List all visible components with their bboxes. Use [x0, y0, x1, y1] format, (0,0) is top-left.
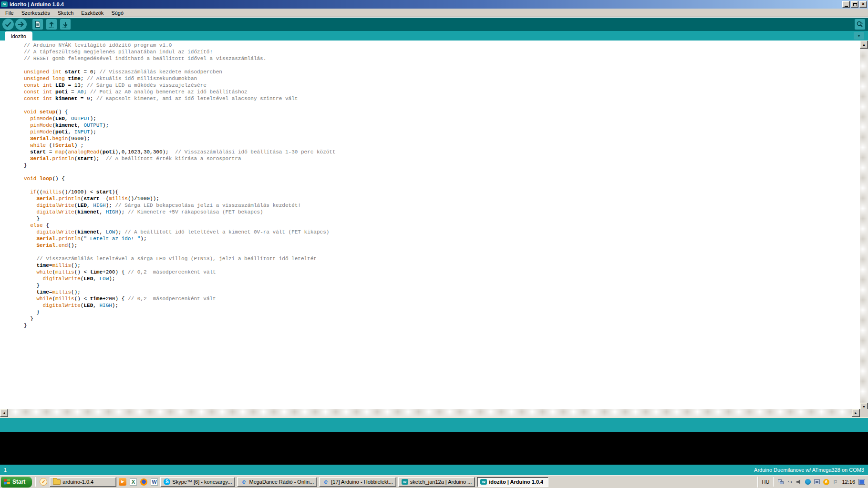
verify-button[interactable]: [2, 19, 14, 30]
skype-tray-icon[interactable]: [805, 478, 811, 485]
folder-icon: [53, 479, 61, 485]
horizontal-scrollbar[interactable]: ◄ ►: [0, 409, 860, 417]
code-line: digitalWrite(LED, LOW);: [24, 275, 336, 282]
code-editor[interactable]: // Arduino NYÁK levilágító időzítő progr…: [0, 41, 860, 409]
task-button-label: sketch_jan12a | Arduino ...: [410, 479, 472, 485]
code-line: digitalWrite(kimenet, LOW); // A beállít…: [24, 229, 336, 235]
media-player-icon[interactable]: ▶: [118, 478, 127, 486]
firefox-icon-glyph: [140, 478, 147, 486]
word-icon-glyph: W: [151, 478, 158, 486]
code-line: const int poti = A0; // Poti az A0 analó…: [24, 89, 336, 95]
menu-item-szerkesztes[interactable]: Szerkesztés: [18, 9, 53, 17]
menu-bar: FileSzerkesztésSketchEszközökSúgó: [0, 9, 868, 17]
menu-item-sketch[interactable]: Sketch: [54, 9, 77, 17]
vertical-scroll-track[interactable]: [860, 49, 868, 403]
windows-flag-icon: [4, 479, 10, 485]
task-button-area: arduino-1.0.4▶XWSSkype™ [6] - koncsargy.…: [50, 477, 548, 487]
code-line: pinMode(kimenet, OUTPUT);: [24, 122, 336, 129]
code-line: void loop() {: [24, 175, 336, 182]
magnifier-icon: [856, 20, 864, 28]
task-button-megadance-r-di-onlin[interactable]: eMegaDance Rádió - Onlin...: [237, 477, 317, 487]
tab-strip: idozito ▼: [0, 31, 868, 41]
code-line: // A tápfeszültség megjelenés pillanatáb…: [24, 49, 336, 55]
screen: ∞ idozito | Arduino 1.0.4 × FileSzerkesz…: [0, 0, 868, 488]
code-line: // Arduino NYÁK levilágító időzítő progr…: [24, 42, 336, 49]
code-line: Serial.println(" Letelt az ido! ");: [24, 235, 336, 242]
code-line: pinMode(LED, OUTPUT);: [24, 115, 336, 122]
minimize-icon: [845, 6, 848, 7]
document-icon: [33, 20, 42, 29]
scroll-right-button[interactable]: ►: [852, 409, 860, 417]
code-line: Serial.end();: [24, 242, 336, 249]
taskbar: Start ✓ arduino-1.0.4▶XWSSkype™ [6] - ko…: [0, 475, 868, 488]
code-line: // RESET gomb felengedésével indítható a…: [24, 55, 336, 62]
save-sketch-button[interactable]: [60, 19, 71, 30]
arrow-right-icon: [16, 19, 26, 30]
toolbar: [0, 18, 868, 31]
code-line: // Visszaszámlálás leteltével a sárga LE…: [24, 255, 336, 262]
arduino-icon: ∞: [480, 479, 487, 485]
upload-button[interactable]: [15, 19, 27, 30]
vertical-scrollbar[interactable]: ▲ ▼: [860, 41, 868, 411]
update-arrow-icon[interactable]: ↪: [786, 478, 793, 485]
code-line: }: [24, 282, 336, 289]
code-line: unsigned int start = 0; // Visszaszámlál…: [24, 69, 336, 75]
scroll-left-button[interactable]: ◄: [0, 409, 8, 417]
task-button-skype-6-koncsargy[interactable]: SSkype™ [6] - koncsargy...: [160, 477, 235, 487]
serial-monitor-button[interactable]: [855, 19, 865, 30]
word-icon[interactable]: W: [150, 478, 158, 486]
code-line: }: [24, 309, 336, 315]
java-update-icon[interactable]: 6: [823, 478, 829, 485]
firefox-icon[interactable]: [139, 478, 148, 486]
tray-clock: 12:16: [842, 479, 855, 485]
new-sketch-button[interactable]: [32, 19, 43, 30]
orange-badge-glyph: ✓: [40, 478, 47, 486]
code-line: else {: [24, 222, 336, 229]
code-line: [24, 169, 336, 175]
excel-icon[interactable]: X: [129, 478, 137, 486]
minimize-button[interactable]: [842, 1, 850, 8]
open-sketch-button[interactable]: [46, 19, 57, 30]
speaker-icon[interactable]: [796, 478, 802, 485]
check-icon: [3, 19, 13, 30]
tab-menu-button[interactable]: ▼: [854, 32, 864, 40]
menu-item-sugo[interactable]: Súgó: [108, 9, 127, 17]
status-bar: 1 Arduino Duemilanove w/ ATmega328 on CO…: [0, 465, 868, 475]
close-button[interactable]: ×: [859, 1, 867, 8]
code-line: start = map(analogRead(poti),0,1023,30,3…: [24, 149, 336, 155]
task-button-idozito-arduino-1-0-4[interactable]: ∞idozito | Arduino 1.0.4: [477, 477, 548, 487]
code-line: pinMode(poti, INPUT);: [24, 129, 336, 135]
orange-badge-icon[interactable]: ✓: [39, 478, 48, 486]
flag-icon[interactable]: ⚐: [832, 478, 838, 485]
task-button-17-arduino-hobbielekt[interactable]: e[17] Arduino - Hobbielekt...: [319, 477, 396, 487]
code-line: if((millis()/1000) < start){: [24, 189, 336, 195]
code-line: digitalWrite(LED, HIGH);: [24, 302, 336, 309]
language-indicator[interactable]: HU: [762, 479, 770, 485]
task-button-arduino-1-0-4[interactable]: arduino-1.0.4: [50, 477, 116, 487]
skype-icon: S: [164, 478, 170, 485]
code-line: void setup() {: [24, 109, 336, 115]
display-icon[interactable]: [858, 478, 865, 485]
network-plug-icon[interactable]: [814, 478, 820, 485]
window-controls: ×: [842, 1, 867, 8]
code-line: while (!Serial) ;: [24, 142, 336, 149]
code-line: const int kimenet = 9; // Kapcsolt kimen…: [24, 95, 336, 102]
console-output: [0, 432, 868, 465]
tab-idozito[interactable]: idozito: [5, 31, 32, 41]
board-indicator: Arduino Duemilanove w/ ATmega328 on COM3: [754, 467, 864, 473]
task-button-label: [17] Arduino - Hobbielekt...: [331, 479, 393, 485]
start-button[interactable]: Start: [1, 477, 32, 488]
code-line: time=millis();: [24, 289, 336, 295]
scrollbar-corner: [860, 409, 868, 417]
scroll-up-button[interactable]: ▲: [860, 41, 868, 49]
menu-item-eszkozok[interactable]: Eszközök: [78, 9, 107, 17]
title-bar: ∞ idozito | Arduino 1.0.4 ×: [0, 0, 868, 9]
horizontal-scroll-track[interactable]: [8, 409, 852, 417]
menu-item-file[interactable]: File: [2, 9, 17, 17]
code-line: digitalWrite(kimenet, HIGH); // Kimenetr…: [24, 209, 336, 215]
restore-button[interactable]: [851, 1, 858, 8]
task-button-sketch-jan12a-arduino[interactable]: ∞sketch_jan12a | Arduino ...: [398, 477, 475, 487]
network-computers-icon[interactable]: [777, 478, 784, 485]
start-label: Start: [12, 478, 25, 485]
system-tray: HU ↪ 6 ⚐ 12:16: [758, 477, 867, 488]
